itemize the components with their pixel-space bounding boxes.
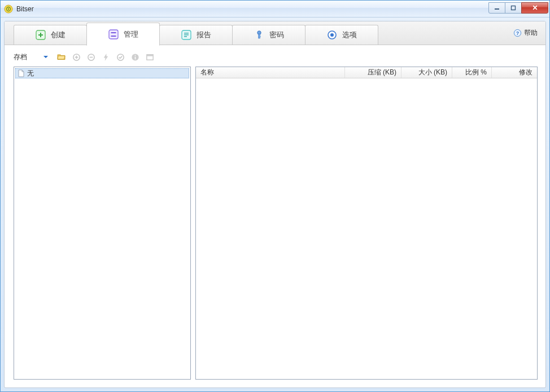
list-square-icon: [108, 29, 119, 40]
tab-label: 管理: [124, 29, 138, 39]
svg-rect-12: [184, 36, 187, 37]
list-body[interactable]: [196, 78, 537, 379]
window-icon[interactable]: [145, 52, 155, 62]
column-header-size[interactable]: 大小 (KB): [401, 67, 452, 78]
svg-rect-25: [134, 55, 136, 56]
maximize-button[interactable]: [505, 2, 522, 14]
file-icon: [17, 69, 25, 77]
tree-item-label: 无: [27, 69, 34, 78]
tab-report[interactable]: 报告: [159, 25, 233, 45]
archive-label: 存档: [14, 52, 27, 62]
help-icon: ?: [513, 29, 522, 38]
tab-create[interactable]: 创建: [14, 25, 87, 45]
list-header: 名称 压缩 (KB) 大小 (KB) 比例 % 修改: [196, 67, 537, 78]
svg-rect-27: [146, 54, 152, 56]
key-icon: [254, 29, 265, 41]
close-button[interactable]: [521, 2, 548, 14]
window-controls: [489, 2, 548, 14]
svg-rect-8: [111, 36, 116, 37]
help-label: 帮助: [524, 28, 538, 38]
check-circle-icon[interactable]: [115, 52, 125, 62]
list-panel: 名称 压缩 (KB) 大小 (KB) 比例 % 修改: [195, 67, 538, 380]
tree-panel: 无: [14, 67, 191, 380]
folder-open-icon[interactable]: [56, 52, 67, 62]
lightning-icon[interactable]: [101, 52, 111, 62]
svg-rect-4: [512, 6, 516, 10]
svg-rect-15: [259, 36, 261, 37]
svg-point-17: [330, 33, 334, 37]
app-window: Bitser 创建: [0, 0, 550, 392]
tree-item[interactable]: 无: [15, 68, 189, 78]
tabstrip: 创建 管理: [5, 21, 545, 45]
add-circle-icon[interactable]: [71, 52, 81, 62]
svg-rect-6: [109, 30, 118, 39]
column-header-compressed[interactable]: 压缩 (KB): [345, 67, 401, 78]
toolbar: 存档: [5, 45, 545, 67]
plus-square-icon: [35, 29, 46, 41]
tab-label: 密码: [269, 30, 284, 40]
svg-text:?: ?: [516, 30, 518, 36]
tab-label: 报告: [197, 30, 211, 40]
svg-rect-11: [184, 34, 189, 36]
minimize-button[interactable]: [488, 2, 505, 14]
svg-rect-24: [134, 56, 136, 59]
help-link[interactable]: ? 帮助: [513, 21, 545, 45]
remove-circle-icon[interactable]: [86, 52, 96, 62]
document-square-icon: [181, 29, 192, 41]
tab-manage[interactable]: 管理: [86, 23, 160, 46]
svg-rect-3: [495, 8, 499, 10]
info-circle-icon[interactable]: [130, 52, 140, 62]
tab-label: 创建: [51, 30, 66, 40]
radio-circle-icon: [326, 29, 338, 41]
app-icon: [4, 5, 13, 14]
svg-point-2: [8, 8, 9, 9]
panels: 无 名称 压缩 (KB) 大小 (KB) 比例 % 修改: [5, 67, 545, 387]
svg-rect-7: [111, 32, 116, 33]
window-title: Bitser: [16, 5, 34, 13]
tab-password[interactable]: 密码: [232, 25, 305, 45]
tab-label: 选项: [342, 30, 357, 40]
svg-rect-10: [184, 33, 189, 34]
tree[interactable]: 无: [14, 67, 190, 379]
titlebar[interactable]: Bitser: [1, 1, 549, 17]
column-header-modified[interactable]: 修改: [492, 67, 537, 78]
dropdown-icon[interactable]: [41, 52, 51, 62]
column-header-name[interactable]: 名称: [196, 67, 345, 78]
column-header-ratio[interactable]: 比例 %: [452, 67, 492, 78]
tab-options[interactable]: 选项: [305, 25, 378, 45]
content-frame: 创建 管理: [4, 21, 546, 388]
